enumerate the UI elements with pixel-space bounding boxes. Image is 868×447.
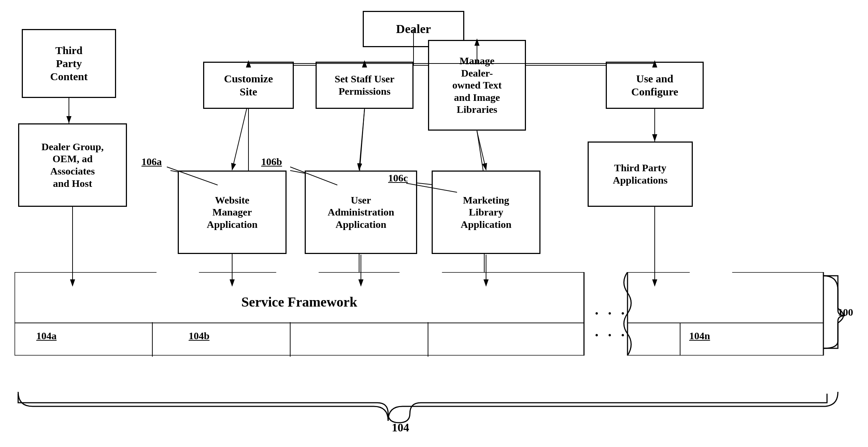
svg-line-35 [477,131,486,170]
service-framework-right-svg [617,272,834,356]
dots-separator2: · · · [595,327,628,344]
svg-line-34 [359,109,365,170]
ref-106a: 106a [141,156,162,168]
ref-104a: 104a [36,330,57,342]
dots-separator: · · · [595,305,628,322]
diagram-container: Dealer ThirdPartyContent Dealer Group,OE… [0,0,868,447]
third-party-apps-box: Third PartyApplications [588,142,693,207]
third-party-content-box: ThirdPartyContent [22,29,116,98]
ref-104-bottom: 104 [392,421,409,434]
svg-line-14 [359,109,365,178]
svg-text:Service Framework: Service Framework [241,294,358,309]
ref-100: 100 [838,307,853,318]
ref-104b: 104b [189,330,210,342]
website-manager-box: WebsiteManagerApplication [178,171,287,254]
manage-dealer-box: ManageDealer-owned Textand ImageLibrarie… [428,40,526,131]
customize-site-box: CustomizeSite [203,62,294,109]
ref-106c: 106c [388,172,408,184]
dealer-group-box: Dealer Group,OEM, adAssociatesand Host [18,123,127,207]
ref-104n: 104n [689,330,710,342]
use-configure-box: Use andConfigure [606,62,704,109]
ref-106b: 106b [261,156,282,168]
set-staff-box: Set Staff UserPermissions [316,62,414,109]
marketing-lib-box: MarketingLibraryApplication [432,171,540,254]
svg-line-33 [232,109,247,170]
sf-bottom-lines [15,322,595,357]
